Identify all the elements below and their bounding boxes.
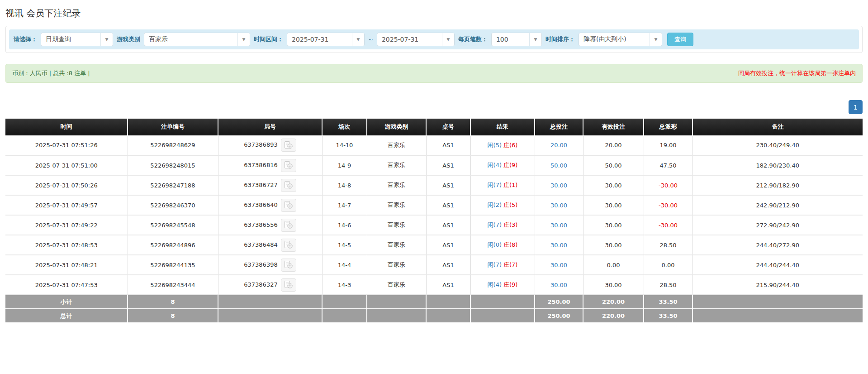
date-to-select[interactable]: 2025-07-31 ▼ [377, 33, 455, 46]
cell-game-type: 百家乐 [367, 155, 426, 175]
column-header-10: 备注 [693, 119, 863, 135]
total-bet-link[interactable]: 30.00 [550, 182, 567, 189]
cell-round-number: 637386327 [218, 275, 322, 295]
total-bet-link[interactable]: 20.00 [550, 142, 567, 149]
summary-bar: 币别 : 人民币 | 总共 :8 注单 | 同局有效投注，统一计算在该局第一张注… [5, 64, 863, 83]
video-replay-button[interactable] [281, 239, 296, 252]
cell-table-number: AS1 [426, 235, 470, 255]
video-replay-button[interactable] [281, 278, 296, 292]
video-file-icon [284, 141, 294, 150]
query-type-value: 日期查询 [41, 33, 100, 46]
sort-order-value: 降幂(由大到小) [579, 33, 650, 46]
cell-payout: -30.00 [644, 175, 693, 195]
cell-time: 2025-07-31 07:49:57 [5, 195, 128, 215]
grand-total-empty-game [367, 309, 426, 323]
total-bet-link[interactable]: 50.00 [550, 162, 567, 169]
total-bet-link[interactable]: 30.00 [550, 222, 567, 229]
same-round-warning-text: 同局有效投注，统一计算在该局第一张注单内 [738, 69, 856, 77]
subtotal-label: 小计 [5, 295, 128, 309]
video-replay-button[interactable] [281, 259, 296, 272]
date-from-select[interactable]: 2025-07-31 ▼ [287, 33, 365, 46]
column-header-2: 局号 [218, 119, 322, 135]
table-row: 2025-07-31 07:50:26522698247188637386727… [5, 175, 863, 195]
round-number-text: 637386640 [244, 201, 277, 208]
video-replay-button[interactable] [281, 199, 296, 212]
cell-payout: 19.00 [644, 135, 693, 155]
pagination-page-1[interactable]: 1 [849, 100, 863, 114]
search-button[interactable]: 查询 [667, 33, 693, 46]
total-bet-link[interactable]: 30.00 [550, 202, 567, 209]
cell-valid-bet: 30.00 [583, 175, 644, 195]
cell-valid-bet: 30.00 [583, 275, 644, 295]
cell-time: 2025-07-31 07:48:53 [5, 235, 128, 255]
column-header-6: 结果 [470, 119, 535, 135]
cell-round-number: 637386893 [218, 135, 322, 155]
result-player: 闲(4) [488, 162, 502, 168]
cell-time: 2025-07-31 07:49:22 [5, 215, 128, 235]
cell-result: 闲(4)庄(9) [470, 275, 535, 295]
cell-session: 14-10 [322, 135, 367, 155]
cell-payout: -30.00 [644, 195, 693, 215]
cell-time: 2025-07-31 07:50:26 [5, 175, 128, 195]
date-range-separator: ~ [368, 36, 373, 43]
cell-valid-bet: 30.00 [583, 215, 644, 235]
video-replay-button[interactable] [281, 139, 296, 152]
sort-order-select[interactable]: 降幂(由大到小) ▼ [579, 33, 662, 46]
page-size-label: 每页笔数： [458, 35, 488, 43]
total-bet-link[interactable]: 30.00 [550, 242, 567, 249]
cell-total-bet: 30.00 [535, 235, 583, 255]
page-size-select[interactable]: 100 ▼ [491, 33, 542, 46]
page-title: 视讯 会员下注纪录 [5, 7, 863, 19]
video-file-icon [284, 221, 294, 230]
cell-result: 闲(7)庄(1) [470, 175, 535, 195]
result-player: 闲(7) [488, 261, 502, 268]
table-row: 2025-07-31 07:48:53522698244896637386484… [5, 235, 863, 255]
result-player: 闲(5) [488, 142, 502, 149]
query-type-select[interactable]: 日期查询 ▼ [41, 33, 113, 46]
cell-bet-number: 522698248629 [128, 135, 218, 155]
cell-result: 闲(4)庄(9) [470, 155, 535, 175]
cell-note: 182.90/230.40 [693, 155, 863, 175]
cell-note: 244.40/272.90 [693, 235, 863, 255]
video-replay-button[interactable] [281, 179, 296, 192]
chevron-down-icon[interactable]: ▼ [529, 33, 541, 46]
chevron-down-icon[interactable]: ▼ [352, 33, 364, 46]
cell-total-bet: 30.00 [535, 215, 583, 235]
chevron-down-icon[interactable]: ▼ [650, 33, 662, 46]
cell-valid-bet: 30.00 [583, 235, 644, 255]
result-banker: 庄(8) [503, 241, 517, 248]
total-bet-link[interactable]: 30.00 [550, 262, 567, 269]
result-player: 闲(2) [488, 201, 502, 208]
cell-round-number: 637386640 [218, 195, 322, 215]
cell-total-bet: 30.00 [535, 195, 583, 215]
result-banker: 庄(3) [503, 221, 517, 228]
chevron-down-icon[interactable]: ▼ [237, 33, 250, 46]
cell-game-type: 百家乐 [367, 275, 426, 295]
chevron-down-icon[interactable]: ▼ [442, 33, 454, 46]
cell-session: 14-9 [322, 155, 367, 175]
cell-round-number: 637386816 [218, 155, 322, 175]
cell-result: 闲(0)庄(8) [470, 235, 535, 255]
cell-table-number: AS1 [426, 195, 470, 215]
cell-round-number: 637386484 [218, 235, 322, 255]
video-replay-button[interactable] [281, 219, 296, 232]
cell-round-number: 637386398 [218, 255, 322, 275]
date-from-value: 2025-07-31 [287, 33, 352, 46]
result-player: 闲(4) [488, 281, 502, 288]
cell-bet-number: 522698244896 [128, 235, 218, 255]
game-type-select[interactable]: 百家乐 ▼ [144, 33, 250, 46]
video-file-icon [284, 201, 294, 210]
filter-bar: 请选择： 日期查询 ▼ 游戏类别 百家乐 ▼ 时间区间： 2025-07-31 … [9, 29, 859, 49]
column-header-8: 有效投注 [583, 119, 644, 135]
table-row: 2025-07-31 07:51:26522698248629637386893… [5, 135, 863, 155]
table-body: 2025-07-31 07:51:26522698248629637386893… [5, 135, 863, 323]
cell-table-number: AS1 [426, 275, 470, 295]
subtotal-payout: 33.50 [644, 295, 693, 309]
chevron-down-icon[interactable]: ▼ [100, 33, 113, 46]
total-bet-link[interactable]: 30.00 [550, 282, 567, 288]
grand-total-label: 总计 [5, 309, 128, 323]
video-replay-button[interactable] [281, 159, 296, 172]
cell-total-bet: 30.00 [535, 275, 583, 295]
date-to-value: 2025-07-31 [377, 33, 442, 46]
column-header-9: 总派彩 [644, 119, 693, 135]
